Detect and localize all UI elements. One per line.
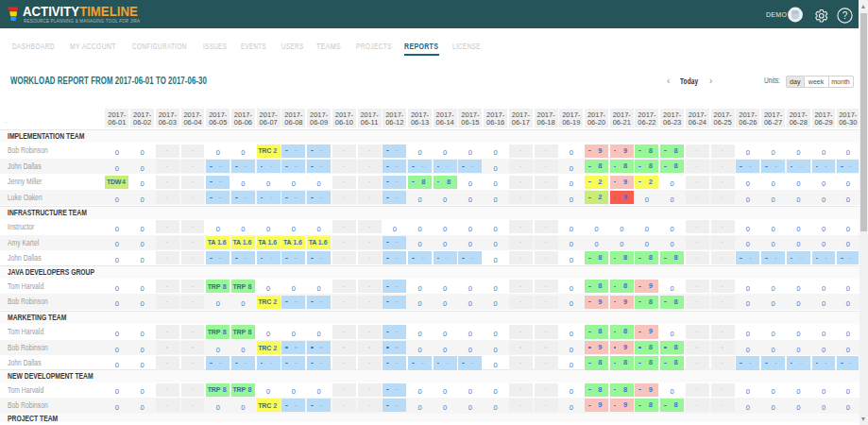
svg-text:?: ? [842,10,848,21]
